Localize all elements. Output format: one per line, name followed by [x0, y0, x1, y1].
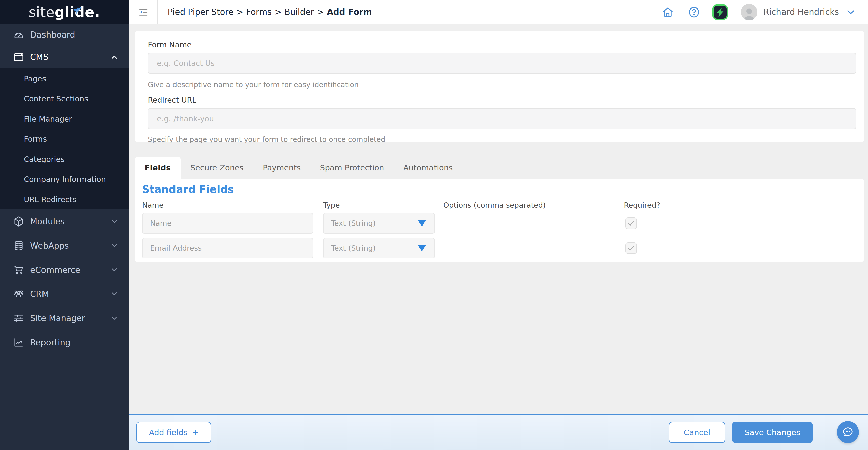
redirect-url-label: Redirect URL [148, 96, 196, 105]
sidebar-item-label: Modules [30, 217, 65, 226]
sidebar-item-pages[interactable]: Pages [0, 68, 129, 89]
paper-plane-icon [72, 1, 83, 18]
field-type-value: Text (String) [331, 219, 376, 227]
sub-item-label: File Manager [24, 114, 72, 123]
topbar: Pied Piper Store > Forms > Builder > Add… [129, 0, 868, 24]
avatar[interactable] [741, 4, 757, 20]
sidebar-item-forms[interactable]: Forms [0, 129, 129, 149]
breadcrumb-separator: > [236, 7, 243, 17]
dashboard-icon [12, 28, 25, 41]
sidebar-item-modules[interactable]: Modules [0, 209, 129, 233]
redirect-url-helper: Specify the page you want your form to r… [148, 135, 385, 144]
topbar-right: Richard Hendricks [661, 4, 868, 20]
tab-automations[interactable]: Automations [394, 157, 462, 179]
form-name-helper: Give a descriptive name to your form for… [148, 81, 359, 89]
standard-fields-card: Standard Fields Name Type Options (comma… [134, 179, 864, 262]
form-name-label: Form Name [148, 40, 192, 49]
chevron-up-icon [110, 53, 119, 61]
sidebar-item-file-manager[interactable]: File Manager [0, 109, 129, 129]
sidebar-item-ecommerce[interactable]: eCommerce [0, 258, 129, 282]
add-fields-button[interactable]: Add fields + [136, 422, 211, 443]
sidebar-item-label: Reporting [30, 338, 70, 347]
field-name-input[interactable] [142, 238, 313, 258]
siteglide-app-icon[interactable] [712, 4, 728, 20]
tab-payments[interactable]: Payments [253, 157, 311, 179]
topbar-divider [157, 0, 158, 24]
logo-bar: siteglide. [0, 0, 129, 24]
webapps-icon [12, 239, 25, 252]
section-title: Standard Fields [142, 183, 234, 195]
sidebar-item-cms[interactable]: CMS [0, 46, 129, 68]
sidebar-item-label: Site Manager [30, 313, 85, 323]
cms-icon [12, 51, 25, 64]
footer-action-bar: Add fields + Cancel Save Changes [129, 414, 868, 450]
sidebar-item-label: eCommerce [30, 265, 80, 275]
breadcrumb-current: Add Form [327, 7, 372, 17]
tab-label: Fields [145, 163, 171, 172]
tab-label: Payments [263, 163, 301, 172]
form-settings-card: Form Name Give a descriptive name to you… [134, 31, 864, 142]
dropdown-arrow-icon [417, 245, 426, 251]
sidebar-item-webapps[interactable]: WebApps [0, 233, 129, 258]
column-header-required: Required? [624, 201, 660, 209]
logo-text-site: site [29, 4, 55, 20]
field-name-input[interactable] [142, 213, 313, 233]
breadcrumb-separator: > [317, 7, 324, 17]
breadcrumb[interactable]: Pied Piper Store > Forms > Builder > Add… [168, 7, 372, 17]
sidebar-item-company-information[interactable]: Company Information [0, 169, 129, 189]
form-name-input[interactable] [148, 53, 856, 74]
tab-label: Secure Zones [190, 163, 244, 172]
sidebar-item-categories[interactable]: Categories [0, 149, 129, 169]
redirect-url-input[interactable] [148, 108, 856, 129]
sidebar-item-dashboard[interactable]: Dashboard [0, 24, 129, 46]
sub-item-label: Forms [24, 135, 47, 143]
chevron-down-icon [110, 241, 119, 250]
check-icon [627, 219, 636, 227]
home-icon[interactable] [661, 5, 674, 19]
chat-bubble-icon [841, 426, 855, 439]
chevron-down-icon [110, 265, 119, 274]
sidebar-item-label: WebApps [30, 241, 69, 251]
required-checkbox[interactable] [625, 242, 637, 254]
field-type-select[interactable]: Text (String) [323, 238, 435, 258]
sliders-icon [12, 312, 25, 325]
tab-spam-protection[interactable]: Spam Protection [311, 157, 394, 179]
column-header-type: Type [323, 201, 340, 209]
sub-item-label: Categories [24, 155, 65, 164]
save-changes-button[interactable]: Save Changes [732, 422, 813, 443]
sidebar: siteglide. Dashboard CMS Pages Content [0, 0, 129, 450]
user-chevron-down-icon[interactable] [845, 6, 857, 18]
chevron-down-icon [110, 314, 119, 322]
help-icon[interactable] [687, 5, 701, 19]
required-checkbox[interactable] [625, 218, 637, 229]
sidebar-item-url-redirects[interactable]: URL Redirects [0, 189, 129, 209]
tab-label: Spam Protection [320, 163, 384, 172]
chat-button[interactable] [837, 421, 859, 443]
shopping-cart-icon [12, 263, 25, 276]
sidebar-item-site-manager[interactable]: Site Manager [0, 306, 129, 330]
collapse-sidebar-icon[interactable] [137, 6, 150, 18]
sidebar-item-reporting[interactable]: Reporting [0, 330, 129, 354]
main-content: Form Name Give a descriptive name to you… [129, 25, 868, 414]
chevron-down-icon [110, 217, 119, 226]
tab-secure-zones[interactable]: Secure Zones [181, 157, 253, 179]
sub-item-label: URL Redirects [24, 195, 76, 204]
tab-fields[interactable]: Fields [134, 157, 181, 179]
breadcrumb-separator: > [275, 7, 282, 17]
user-name[interactable]: Richard Hendricks [764, 7, 839, 17]
breadcrumb-segment[interactable]: Pied Piper Store [168, 7, 234, 17]
modules-icon [12, 215, 25, 228]
field-type-value: Text (String) [331, 244, 376, 252]
sub-item-label: Pages [24, 74, 46, 83]
siteglide-logo[interactable]: siteglide. [29, 4, 100, 20]
field-type-select[interactable]: Text (String) [323, 213, 435, 233]
dropdown-arrow-icon [417, 220, 426, 226]
plus-icon: + [192, 428, 198, 437]
breadcrumb-segment[interactable]: Forms [246, 7, 272, 17]
app-root: siteglide. Dashboard CMS Pages Content [0, 0, 868, 450]
sidebar-item-crm[interactable]: CRM [0, 282, 129, 306]
sidebar-item-content-sections[interactable]: Content Sections [0, 89, 129, 109]
chevron-down-icon [110, 290, 119, 298]
cancel-button[interactable]: Cancel [669, 422, 725, 443]
breadcrumb-segment[interactable]: Builder [285, 7, 314, 17]
